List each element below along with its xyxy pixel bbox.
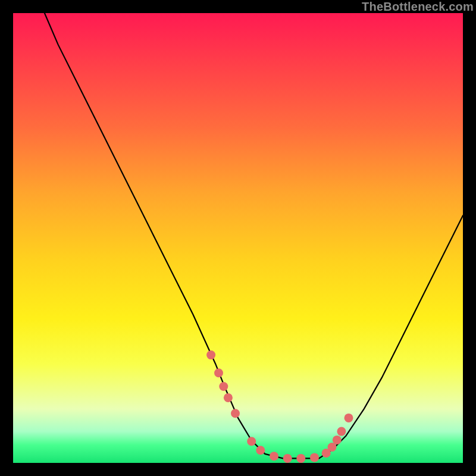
chart-container: TheBottleneck.com [0, 0, 476, 476]
bottleneck-curve [45, 13, 463, 458]
curve-marker [224, 393, 233, 402]
watermark-text: TheBottleneck.com [362, 0, 474, 14]
curve-marker [296, 454, 305, 463]
curve-marker [337, 427, 346, 436]
chart-svg [13, 13, 463, 463]
curve-marker [270, 452, 278, 461]
curve-marker [206, 350, 215, 359]
curve-marker [310, 453, 319, 462]
curve-marker [345, 414, 353, 422]
curve-marker [256, 446, 265, 455]
curve-marker [231, 409, 240, 418]
curve-marker [219, 382, 228, 391]
curve-markers-group [206, 350, 353, 463]
curve-marker [214, 368, 223, 377]
curve-marker [333, 436, 342, 444]
curve-marker [283, 454, 292, 463]
curve-marker [247, 437, 256, 446]
